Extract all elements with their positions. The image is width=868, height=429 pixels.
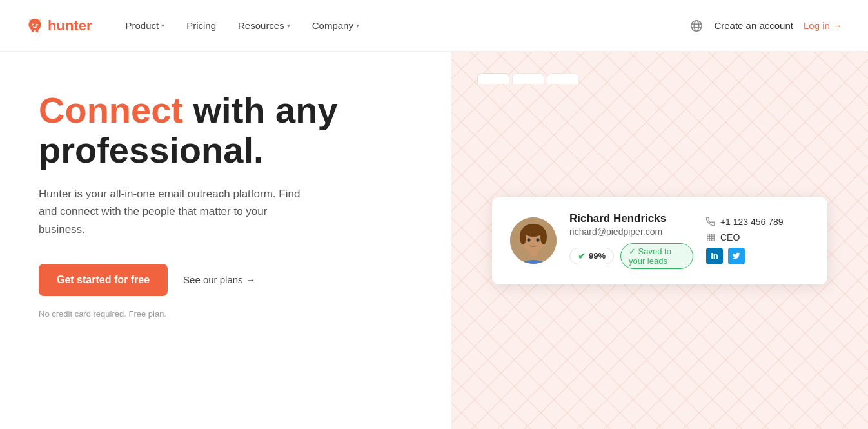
profile-card: Richard Hendricks richard@piedpiper.com …	[492, 197, 827, 284]
phone-number: +1 123 456 789	[720, 217, 784, 227]
svg-point-9	[514, 260, 553, 264]
building-icon	[706, 233, 715, 242]
card-tab-1[interactable]	[477, 73, 509, 84]
svg-point-2	[32, 24, 34, 25]
svg-point-4	[691, 20, 702, 31]
login-link[interactable]: Log in →	[804, 20, 842, 31]
right-panel: Richard Hendricks richard@piedpiper.com …	[451, 52, 868, 429]
profile-info: Richard Hendricks richard@piedpiper.com …	[569, 212, 693, 269]
phone-icon	[706, 217, 715, 226]
svg-point-13	[520, 229, 526, 244]
see-plans-link[interactable]: See our plans →	[183, 274, 255, 285]
nav-product[interactable]: Product ▾	[117, 15, 172, 36]
linkedin-button[interactable]: in	[706, 248, 723, 264]
score-badge: ✔ 99%	[569, 248, 614, 264]
navbar: hunter Product ▾ Pricing Resources ▾ Com…	[0, 0, 868, 52]
chevron-down-icon: ▾	[161, 22, 164, 29]
score-value: 99%	[589, 251, 606, 261]
nav-resources[interactable]: Resources ▾	[230, 15, 298, 36]
left-panel: Connect with any professional. Hunter is…	[0, 52, 451, 429]
nav-company[interactable]: Company ▾	[304, 15, 367, 36]
logo[interactable]: hunter	[26, 17, 92, 35]
svg-rect-17	[707, 234, 715, 241]
hero-subtitle: Hunter is your all-in-one email outreach…	[39, 185, 310, 238]
profile-email: richard@piedpiper.com	[569, 226, 693, 237]
get-started-button[interactable]: Get started for free	[39, 264, 168, 296]
disclaimer-text: No credit card required. Free plan.	[39, 309, 413, 319]
card-tab-3[interactable]	[547, 73, 579, 84]
twitter-icon	[732, 252, 740, 260]
avatar	[510, 217, 557, 264]
hero-title: Connect with any professional.	[39, 90, 413, 170]
svg-point-5	[695, 20, 699, 31]
cta-row: Get started for free See our plans →	[39, 264, 413, 296]
svg-point-3	[37, 24, 38, 25]
card-tabs	[451, 52, 868, 84]
nav-actions: Create an account Log in →	[689, 19, 842, 33]
chevron-down-icon: ▾	[356, 22, 359, 29]
profile-phone: +1 123 456 789	[706, 217, 784, 227]
role-title: CEO	[720, 232, 740, 243]
profile-role: CEO	[706, 232, 740, 243]
svg-point-15	[527, 238, 530, 242]
saved-badge: ✓ Saved to your leads	[620, 243, 693, 269]
card-tab-2[interactable]	[512, 73, 544, 84]
profile-name: Richard Hendricks	[569, 212, 693, 225]
profile-badges: ✔ 99% ✓ Saved to your leads	[569, 243, 693, 269]
svg-point-16	[536, 238, 539, 242]
nav-pricing[interactable]: Pricing	[179, 15, 224, 36]
main-content: Connect with any professional. Hunter is…	[0, 52, 868, 429]
nav-links: Product ▾ Pricing Resources ▾ Company ▾	[117, 15, 689, 36]
globe-icon[interactable]	[689, 19, 704, 33]
twitter-button[interactable]	[728, 248, 745, 264]
social-links: in	[706, 248, 745, 264]
logo-text: hunter	[48, 17, 92, 34]
shield-icon: ✔	[578, 251, 586, 261]
profile-right: +1 123 456 789 CEO in	[706, 217, 809, 264]
chevron-down-icon: ▾	[287, 22, 290, 29]
hero-title-highlight: Connect	[39, 90, 183, 130]
svg-point-14	[540, 229, 547, 244]
create-account-link[interactable]: Create an account	[714, 20, 793, 31]
